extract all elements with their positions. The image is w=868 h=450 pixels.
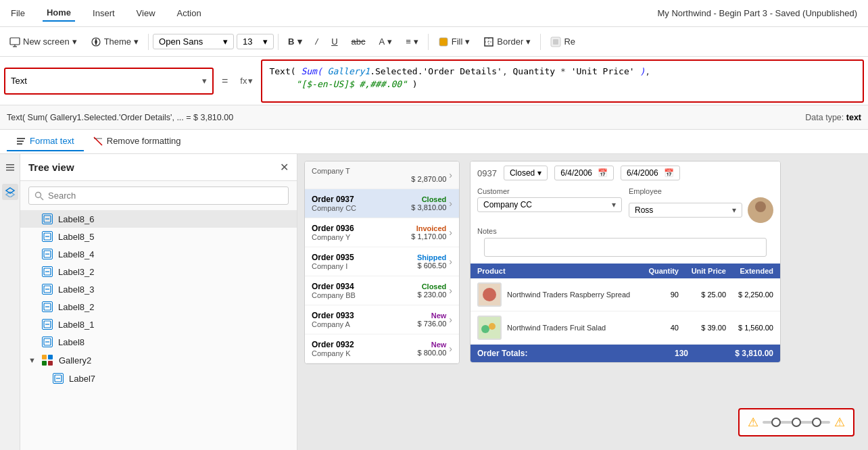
header-ext: Extended — [726, 267, 773, 275]
tree-item-label8-4[interactable]: Label8_4 — [20, 245, 297, 263]
orders-list-panel: Company T $ 2,870.00 › Order 0937 Compan… — [304, 161, 460, 364]
fx-label: fx — [240, 76, 247, 86]
tree-item-label8-5[interactable]: Label8_5 — [20, 228, 297, 245]
order-status-5: New — [418, 341, 447, 349]
order-top-info: Company T $ 2,870.00 — [312, 167, 446, 183]
tree-item-label3-2[interactable]: Label3_2 — [20, 263, 297, 280]
tree-item-label8-2-text: Label8_2 — [58, 302, 95, 312]
order-list-item-1[interactable]: Order 0936 Company Y Invoiced $ 1,170.00… — [305, 218, 459, 247]
employee-avatar — [748, 197, 773, 223]
new-screen-button[interactable]: New screen ▾ — [4, 34, 82, 50]
detail-date2-select[interactable]: 6/4/2006 📅 — [621, 166, 680, 180]
formula-equals: = — [218, 75, 232, 87]
strikethrough-button[interactable]: abc — [346, 34, 371, 49]
slider-thumb-2[interactable] — [792, 418, 801, 427]
product-row-0[interactable]: Northwind Traders Raspberry Spread 90 $ … — [471, 278, 780, 311]
tree-item-label7[interactable]: Label7 — [20, 370, 297, 387]
eval-type: Data type: text — [805, 113, 861, 122]
border-button[interactable]: Border ▾ — [478, 34, 536, 50]
svg-rect-4 — [439, 38, 448, 46]
font-color-arrow: ▾ — [387, 36, 392, 47]
order-list-item-2[interactable]: Order 0935 Company I Shipped $ 606.50 › — [305, 247, 459, 276]
order-company-3: Company BB — [312, 291, 418, 299]
re-button[interactable]: Re — [545, 34, 581, 50]
order-right-3: Closed $ 230.00 — [418, 282, 447, 299]
menu-home[interactable]: Home — [43, 5, 75, 22]
menu-action[interactable]: Action — [173, 5, 206, 21]
layers-icon-button[interactable] — [2, 184, 18, 200]
tab-format-text[interactable]: Format text — [7, 132, 84, 151]
detail-date1-icon: 📅 — [598, 168, 608, 178]
sidebar-close-button[interactable]: ✕ — [280, 161, 289, 174]
order-amount-0: $ 3,810.00 — [411, 203, 446, 211]
tree-item-gallery2[interactable]: ▼ Gallery2 — [20, 351, 297, 370]
hamburger-icon-button[interactable] — [2, 159, 18, 176]
order-list-item-0[interactable]: Order 0937 Company CC Closed $ 3,810.00 … — [305, 189, 459, 218]
order-totals-row: Order Totals: 130 $ 3,810.00 — [471, 345, 780, 362]
order-list-item-3[interactable]: Order 0934 Company BB Closed $ 230.00 › — [305, 276, 459, 305]
employee-row: Ross ▾ — [629, 197, 773, 223]
menu-insert[interactable]: Insert — [89, 5, 119, 21]
slider-thumb-1[interactable] — [771, 418, 781, 427]
tree-item-gallery2-text: Gallery2 — [59, 355, 91, 366]
align-button[interactable]: ≡ ▾ — [400, 34, 424, 49]
menu-file[interactable]: File — [7, 5, 29, 21]
tab-remove-formatting[interactable]: Remove formatting — [84, 132, 191, 151]
products-table: Product Quantity Unit Price Extended Nor… — [471, 264, 780, 362]
tree-item-label8-3[interactable]: Label8_3 — [20, 280, 297, 298]
tree-item-label8-6[interactable]: Label8_6 — [20, 210, 297, 228]
slider-track-container[interactable] — [763, 416, 830, 429]
svg-line-21 — [41, 197, 43, 200]
formula-input[interactable]: Text( Sum( Gallery1.Selected.'Order Deta… — [261, 59, 864, 103]
font-size-selector[interactable]: 13 ▾ — [237, 34, 274, 49]
employee-section: Employee Ross ▾ — [629, 187, 773, 223]
tree-item-label8-2[interactable]: Label8_2 — [20, 298, 297, 316]
chevron-0: › — [449, 198, 452, 209]
employee-select[interactable]: Ross ▾ — [629, 203, 742, 218]
font-color-button[interactable]: A ▾ — [373, 34, 397, 49]
fill-button[interactable]: Fill ▾ — [433, 34, 476, 50]
product-row-1[interactable]: Northwind Traders Fruit Salad 40 $ 39.00… — [471, 311, 780, 345]
customer-select[interactable]: Company CC ▾ — [477, 197, 622, 212]
order-list-item-4[interactable]: Order 0933 Company A New $ 736.00 › — [305, 305, 459, 334]
menu-view[interactable]: View — [132, 5, 160, 21]
tree-item-label8-1[interactable]: Label8_1 — [20, 316, 297, 333]
order-name-2: Order 0935 — [312, 253, 417, 262]
toolbar-sep-2 — [278, 34, 279, 50]
chevron-2: › — [449, 256, 452, 267]
font-selector[interactable]: Open Sans ▾ — [153, 34, 234, 49]
app-title: My Northwind - Begin Part 3 - Saved (Unp… — [653, 5, 861, 21]
order-list-item-5[interactable]: Order 0932 Company K New $ 800.00 › — [305, 334, 459, 364]
svg-rect-11 — [17, 141, 24, 142]
slider-thumb-3[interactable] — [812, 418, 821, 427]
search-box[interactable] — [28, 186, 289, 205]
underline-label: U — [331, 36, 337, 47]
totals-label: Order Totals: — [477, 349, 648, 358]
search-input[interactable] — [48, 191, 283, 201]
detail-date2-value: 6/4/2006 — [627, 168, 658, 178]
menu-bar: File Home Insert View Action My Northwin… — [0, 0, 868, 27]
italic-button[interactable]: / — [310, 34, 324, 49]
svg-rect-41 — [48, 361, 53, 366]
align-label: ≡ — [406, 36, 411, 47]
order-top-item[interactable]: Company T $ 2,870.00 › — [305, 161, 459, 189]
tree-item-label8[interactable]: Label8 — [20, 333, 297, 351]
theme-button[interactable]: Theme ▾ — [85, 34, 144, 50]
bold-button[interactable]: B ▾ — [283, 34, 307, 49]
notes-section: Notes — [471, 226, 780, 261]
product-price-0: $ 25.00 — [679, 291, 726, 299]
tree-item-label8-6-text: Label8_6 — [58, 214, 95, 224]
detail-date1-select[interactable]: 6/4/2006 📅 — [554, 166, 614, 180]
item-icon-label8 — [42, 336, 53, 347]
tree-item-label8-5-text: Label8_5 — [58, 232, 95, 242]
product-thumbnail-0 — [479, 284, 500, 305]
notes-input[interactable] — [484, 238, 767, 257]
font-arrow: ▾ — [223, 36, 228, 47]
theme-icon — [91, 36, 101, 47]
detail-status-select[interactable]: Closed ▾ — [504, 166, 548, 180]
item-icon-label8-5 — [42, 231, 53, 242]
formula-fx-button[interactable]: fx ▾ — [236, 76, 257, 86]
property-selector[interactable]: Text ▾ — [4, 68, 214, 95]
underline-button[interactable]: U — [326, 34, 343, 49]
tree-items: Label8_6 Label8_5 Label8_4 Label3_2 — [20, 210, 297, 450]
